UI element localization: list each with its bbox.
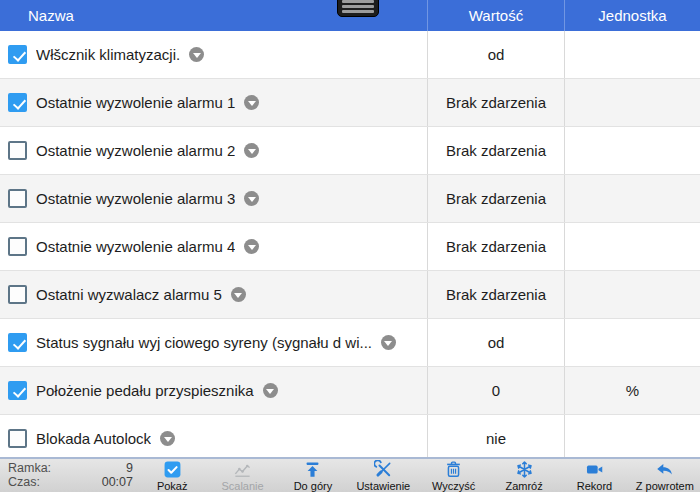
column-header-jednostka[interactable]: Jednostka bbox=[565, 0, 700, 31]
checked-checkbox-icon bbox=[163, 460, 182, 479]
dropdown-icon[interactable] bbox=[189, 47, 204, 62]
table-row[interactable]: Ostatnie wyzwolenie alarmu 4 Brak zdarze… bbox=[0, 223, 700, 271]
row-value: od bbox=[427, 31, 565, 78]
name-cell: Ostatnie wyzwolenie alarmu 3 bbox=[0, 175, 427, 222]
show-button[interactable]: Pokaż bbox=[139, 460, 205, 492]
time-value: 00:07 bbox=[102, 475, 133, 489]
row-value: Brak zdarzenia bbox=[427, 175, 565, 222]
name-cell: Ostatnie wyzwolenie alarmu 2 bbox=[0, 127, 427, 174]
row-value: Brak zdarzenia bbox=[427, 127, 565, 174]
frame-counter: Ramka: 9 bbox=[8, 461, 133, 475]
dropdown-icon[interactable] bbox=[381, 335, 396, 350]
row-checkbox[interactable] bbox=[8, 333, 27, 352]
row-checkbox[interactable] bbox=[8, 429, 27, 448]
table-row[interactable]: Położenie pedału przyspiesznika 0 % bbox=[0, 367, 700, 415]
table-row[interactable]: Ostatni wyzwalacz alarmu 5 Brak zdarzeni… bbox=[0, 271, 700, 319]
time-label: Czas: bbox=[8, 475, 40, 489]
checkmark-icon bbox=[12, 336, 25, 350]
row-unit bbox=[565, 271, 700, 318]
trash-icon bbox=[444, 460, 463, 479]
row-value: nie bbox=[427, 415, 565, 457]
checkmark-icon bbox=[12, 96, 25, 110]
row-value: Brak zdarzenia bbox=[427, 223, 565, 270]
column-header-wartosc[interactable]: Wartość bbox=[427, 0, 565, 31]
row-name: Status sygnału wyj ciowego syreny (sygna… bbox=[36, 334, 372, 351]
row-value: od bbox=[427, 319, 565, 366]
row-unit bbox=[565, 31, 700, 78]
row-name: Ostatnie wyzwolenie alarmu 2 bbox=[36, 142, 235, 159]
tools-icon bbox=[374, 460, 393, 479]
table-row[interactable]: Ostatnie wyzwolenie alarmu 3 Brak zdarze… bbox=[0, 175, 700, 223]
row-checkbox[interactable] bbox=[8, 189, 27, 208]
row-checkbox[interactable] bbox=[8, 237, 27, 256]
to-top-button[interactable]: Do góry bbox=[280, 460, 346, 492]
notification-shade-handle[interactable] bbox=[337, 0, 379, 17]
table-row[interactable]: Ostatnie wyzwolenie alarmu 1 Brak zdarze… bbox=[0, 79, 700, 127]
row-name: Ostatni wyzwalacz alarmu 5 bbox=[36, 286, 222, 303]
name-cell: Status sygnału wyj ciowego syreny (sygna… bbox=[0, 319, 427, 366]
name-cell: Włšcznik klimatyzacji. bbox=[0, 31, 427, 78]
row-name: Blokada Autolock bbox=[36, 430, 151, 447]
row-unit: % bbox=[565, 367, 700, 414]
table-header: Nazwa Wartość Jednostka bbox=[0, 0, 700, 31]
table-body: Włšcznik klimatyzacji. od Ostatnie wyzwo… bbox=[0, 31, 700, 457]
checkmark-icon bbox=[12, 384, 25, 398]
dropdown-icon[interactable] bbox=[231, 287, 246, 302]
name-cell: Ostatni wyzwalacz alarmu 5 bbox=[0, 271, 427, 318]
row-checkbox[interactable] bbox=[8, 93, 27, 112]
frame-value: 9 bbox=[126, 461, 133, 475]
row-name: Ostatnie wyzwolenie alarmu 3 bbox=[36, 190, 235, 207]
time-counter: Czas: 00:07 bbox=[8, 475, 133, 489]
row-checkbox[interactable] bbox=[8, 381, 27, 400]
row-checkbox[interactable] bbox=[8, 285, 27, 304]
freeze-button[interactable]: Zamróź bbox=[491, 460, 557, 492]
row-name: Ostatnie wyzwolenie alarmu 1 bbox=[36, 94, 235, 111]
row-unit bbox=[565, 127, 700, 174]
row-value: Brak zdarzenia bbox=[427, 79, 565, 126]
dropdown-icon[interactable] bbox=[263, 383, 278, 398]
snowflake-icon bbox=[515, 460, 534, 479]
arrow-up-to-top-icon bbox=[303, 460, 322, 479]
dropdown-icon[interactable] bbox=[244, 239, 259, 254]
name-cell: Ostatnie wyzwolenie alarmu 1 bbox=[0, 79, 427, 126]
row-value: Brak zdarzenia bbox=[427, 271, 565, 318]
checkmark-icon bbox=[12, 48, 25, 62]
dropdown-icon[interactable] bbox=[244, 95, 259, 110]
row-checkbox[interactable] bbox=[8, 141, 27, 160]
row-value: 0 bbox=[427, 367, 565, 414]
frame-label: Ramka: bbox=[8, 461, 51, 475]
row-unit bbox=[565, 223, 700, 270]
merge-button[interactable]: Scalanie bbox=[210, 460, 276, 492]
line-chart-icon bbox=[233, 460, 252, 479]
table-row[interactable]: Blokada Autolock nie bbox=[0, 415, 700, 457]
video-camera-icon bbox=[585, 460, 604, 479]
dropdown-icon[interactable] bbox=[160, 431, 175, 446]
dropdown-icon[interactable] bbox=[244, 191, 259, 206]
row-name: Włšcznik klimatyzacji. bbox=[36, 46, 180, 63]
row-checkbox[interactable] bbox=[8, 45, 27, 64]
diagnostics-live-data-screen: Nazwa Wartość Jednostka Włšcznik klimaty… bbox=[0, 0, 700, 492]
row-unit bbox=[565, 175, 700, 222]
back-arrow-icon bbox=[655, 460, 674, 479]
back-button[interactable]: Z powrotem bbox=[632, 460, 698, 492]
row-unit bbox=[565, 319, 700, 366]
row-unit bbox=[565, 79, 700, 126]
bottom-toolbar: Ramka: 9 Czas: 00:07 Pokaż Scalanie Do g… bbox=[0, 457, 700, 492]
status-panel: Ramka: 9 Czas: 00:07 bbox=[0, 459, 137, 492]
row-name: Ostatnie wyzwolenie alarmu 4 bbox=[36, 238, 235, 255]
record-button[interactable]: Rekord bbox=[561, 460, 627, 492]
row-name: Położenie pedału przyspiesznika bbox=[36, 382, 254, 399]
table-row[interactable]: Ostatnie wyzwolenie alarmu 2 Brak zdarze… bbox=[0, 127, 700, 175]
name-cell: Blokada Autolock bbox=[0, 415, 427, 457]
settings-button[interactable]: Ustawienie bbox=[350, 460, 416, 492]
row-unit bbox=[565, 415, 700, 457]
table-row[interactable]: Status sygnału wyj ciowego syreny (sygna… bbox=[0, 319, 700, 367]
name-cell: Położenie pedału przyspiesznika bbox=[0, 367, 427, 414]
name-cell: Ostatnie wyzwolenie alarmu 4 bbox=[0, 223, 427, 270]
table-row[interactable]: Włšcznik klimatyzacji. od bbox=[0, 31, 700, 79]
toolbar-buttons: Pokaż Scalanie Do góry Ustawienie Wyczyś… bbox=[137, 459, 700, 492]
clear-button[interactable]: Wyczyść bbox=[421, 460, 487, 492]
dropdown-icon[interactable] bbox=[244, 143, 259, 158]
